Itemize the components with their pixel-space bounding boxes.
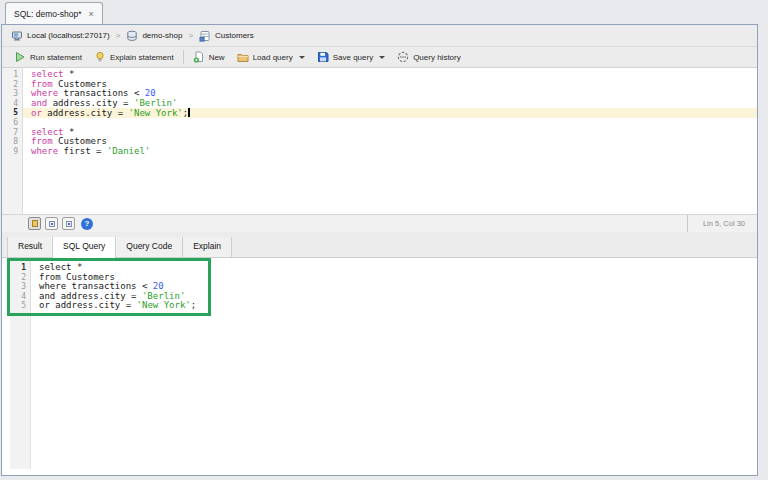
bulb-icon <box>94 51 106 63</box>
database-icon <box>126 30 138 42</box>
query-toolbar: Run statementExplain statementNewLoad qu… <box>2 47 757 68</box>
toolbar-separator <box>183 50 184 64</box>
sql-editor[interactable]: 123456789 select *from Customerswhere tr… <box>2 68 757 214</box>
text-cursor <box>188 108 190 117</box>
save-icon <box>317 51 329 63</box>
line-number: 5 <box>10 301 30 311</box>
line-number: 9 <box>2 147 22 157</box>
breadcrumb: Local (localhost:27017)>demo-shop>Custom… <box>2 25 757 47</box>
query-history-button[interactable]: Query history <box>391 48 467 66</box>
run-icon <box>14 51 26 63</box>
line-number: 8 <box>2 137 22 147</box>
line-number: 4 <box>10 292 30 302</box>
editor-option-icon-3[interactable] <box>62 217 75 230</box>
tab-result[interactable]: Result <box>7 237 53 257</box>
chevron-down-icon[interactable] <box>379 56 385 59</box>
breadcrumb-item-demo-shop[interactable]: demo-shop <box>126 30 182 42</box>
new-document-icon <box>193 51 205 63</box>
result-tab-bar: ResultSQL QueryQuery CodeExplain <box>2 237 757 258</box>
tab-sql-query[interactable]: SQL Query <box>53 237 116 258</box>
breadcrumb-item-local-localhost-27017-[interactable]: Local (localhost:27017) <box>11 30 110 42</box>
breadcrumb-separator: > <box>115 31 122 40</box>
code-line: or address.city = 'New York'; <box>23 108 757 118</box>
cursor-position-status: Lin 5, Col 30 <box>687 215 757 232</box>
line-number: 4 <box>2 99 22 109</box>
editor-code[interactable]: select *from Customerswhere transactions… <box>23 68 757 214</box>
tab-bar: SQL: demo-shop* × <box>0 0 768 24</box>
line-number: 6 <box>2 118 22 128</box>
save-query-button[interactable]: Save query <box>311 48 391 66</box>
collection-icon <box>199 30 211 42</box>
close-icon[interactable]: × <box>89 9 94 19</box>
highlighted-query-box[interactable]: 12345 select *from Customerswhere transa… <box>7 258 211 316</box>
line-number: 1 <box>10 263 30 273</box>
explain-statement-button[interactable]: Explain statement <box>88 48 180 66</box>
tab-query-code[interactable]: Query Code <box>116 237 183 257</box>
line-number: 5 <box>2 108 22 118</box>
editor-status-bar: ? Lin 5, Col 30 <box>2 214 757 232</box>
tab-explain[interactable]: Explain <box>183 237 232 257</box>
line-number: 3 <box>10 282 30 292</box>
code-line: where first = 'Daniel' <box>23 147 757 157</box>
folder-icon <box>237 51 249 63</box>
server-icon <box>11 30 23 42</box>
code-line: select * <box>23 128 757 138</box>
breadcrumb-item-customers[interactable]: Customers <box>199 30 254 42</box>
history-icon <box>397 51 409 63</box>
line-number: 1 <box>2 70 22 80</box>
help-icon[interactable]: ? <box>81 218 93 230</box>
chevron-down-icon[interactable] <box>299 56 305 59</box>
editor-option-icon-2[interactable] <box>45 217 58 230</box>
run-statement-button[interactable]: Run statement <box>8 48 88 66</box>
query-code: select *from Customerswhere transactions… <box>31 261 208 313</box>
line-number: 3 <box>2 89 22 99</box>
breadcrumb-separator: > <box>187 31 194 40</box>
code-line: or address.city = 'New York'; <box>31 301 200 311</box>
new-button[interactable]: New <box>187 48 231 66</box>
tab-sql-demo-shop[interactable]: SQL: demo-shop* × <box>5 2 103 24</box>
sql-query-panel: 12345 select *from Customerswhere transa… <box>2 258 757 475</box>
tab-title: SQL: demo-shop* <box>14 9 82 19</box>
load-query-button[interactable]: Load query <box>231 48 311 66</box>
app-frame: Local (localhost:27017)>demo-shop>Custom… <box>1 24 758 476</box>
code-line: select * <box>23 70 757 80</box>
query-line-numbers: 12345 <box>10 261 31 313</box>
editor-line-numbers: 123456789 <box>2 68 23 214</box>
line-number: 2 <box>2 80 22 90</box>
line-number: 2 <box>10 273 30 283</box>
line-number: 7 <box>2 128 22 138</box>
code-line <box>23 118 757 128</box>
editor-option-icon-1[interactable] <box>28 217 41 230</box>
